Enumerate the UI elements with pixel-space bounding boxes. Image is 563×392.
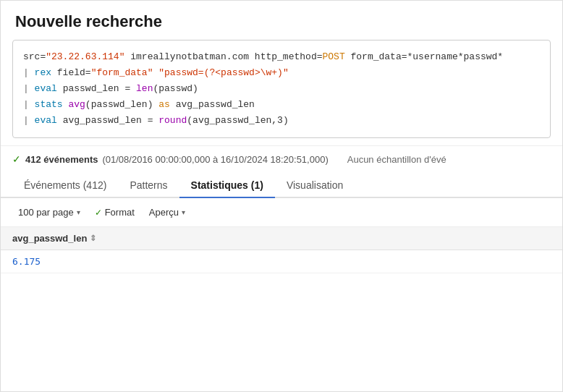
query-line-3: | eval passwd_len = len(passwd) xyxy=(23,81,540,97)
query-eval-field: passwd_len = xyxy=(57,83,136,94)
query-line-2: | rex field="form_data" "passwd=(?<passw… xyxy=(23,65,540,81)
query-line-5: | eval avg_passwd_len = round(avg_passwd… xyxy=(23,113,540,129)
query-src-attr: src= xyxy=(23,51,46,62)
per-page-label: 100 par page xyxy=(18,207,74,218)
query-pipe-3: | xyxy=(23,83,35,94)
query-stats-kw: stats xyxy=(35,99,63,110)
query-len-arg: (passwd) xyxy=(153,83,198,94)
query-line-1: src="23.22.63.114" imreallynotbatman.com… xyxy=(23,49,540,65)
query-avg-arg: (passwd_len) xyxy=(85,99,158,110)
query-src-rest: imreallynotbatman.com http_method= xyxy=(124,51,322,62)
apercu-label: Aperçu xyxy=(149,207,179,218)
format-check-icon: ✓ xyxy=(95,208,102,218)
sort-icon[interactable]: ⇕ xyxy=(90,234,96,243)
tab-viz[interactable]: Visualisation xyxy=(275,174,355,198)
query-avg-field: avg_passwd_len xyxy=(170,99,255,110)
results-range: (01/08/2016 00:00:00,000 à 16/10/2024 18… xyxy=(102,154,328,165)
query-rex-pattern: "passwd=(?<passwd>\w+)" xyxy=(158,67,288,78)
check-icon: ✓ xyxy=(12,153,21,165)
query-eval2-field: avg_passwd_len = xyxy=(57,115,158,126)
query-len-fn: len xyxy=(136,83,153,94)
query-src-val: "23.22.63.114" xyxy=(46,51,124,62)
tab-events[interactable]: Événements (412) xyxy=(12,174,118,198)
query-rex-field-val: "form_data" xyxy=(91,67,153,78)
query-pipe-5: | xyxy=(23,115,35,126)
query-rex-kw: rex xyxy=(35,67,51,78)
query-rex-field: field= xyxy=(51,67,91,78)
per-page-caret: ▾ xyxy=(77,208,80,216)
page-title: Nouvelle recherche xyxy=(1,1,562,40)
query-box[interactable]: src="23.22.63.114" imreallynotbatman.com… xyxy=(12,40,551,138)
apercu-caret: ▾ xyxy=(182,208,185,216)
query-line-4: | stats avg(passwd_len) as avg_passwd_le… xyxy=(23,97,540,113)
query-form: form_data=*username*passwd* xyxy=(345,51,503,62)
query-round-fn: round xyxy=(158,115,187,126)
query-eval-kw: eval xyxy=(35,83,57,94)
results-summary: ✓ 412 événements (01/08/2016 00:00:00,00… xyxy=(1,145,562,172)
table-header: avg_passwd_len ⇕ xyxy=(1,227,562,250)
format-label: Format xyxy=(105,207,135,218)
query-as-kw: as xyxy=(158,99,170,110)
toolbar: 100 par page ▾ ✓ Format Aperçu ▾ xyxy=(1,198,562,227)
format-button[interactable]: ✓ Format xyxy=(89,204,140,221)
query-round-arg: (avg_passwd_len,3) xyxy=(187,115,288,126)
results-sample: Aucun échantillon d'évé xyxy=(347,154,446,165)
tabs-bar: Événements (412) Patterns Statistiques (… xyxy=(1,174,562,198)
apercu-button[interactable]: Aperçu ▾ xyxy=(143,204,191,221)
query-eval2-kw: eval xyxy=(35,115,57,126)
query-pipe-4: | xyxy=(23,99,35,110)
page-container: Nouvelle recherche src="23.22.63.114" im… xyxy=(0,0,563,392)
query-avg-fn: avg xyxy=(68,99,85,110)
query-pipe-2: | xyxy=(23,67,35,78)
per-page-button[interactable]: 100 par page ▾ xyxy=(12,204,86,221)
cell-avg-passwd-len: 6.175 xyxy=(12,256,41,267)
tab-stats[interactable]: Statistiques (1) xyxy=(179,174,275,198)
query-post: POST xyxy=(322,51,344,62)
tab-patterns[interactable]: Patterns xyxy=(118,174,179,198)
table-row: 6.175 xyxy=(1,250,562,273)
column-header-label: avg_passwd_len xyxy=(12,233,87,244)
results-count: 412 événements xyxy=(25,154,98,165)
data-table: avg_passwd_len ⇕ 6.175 xyxy=(1,227,562,273)
